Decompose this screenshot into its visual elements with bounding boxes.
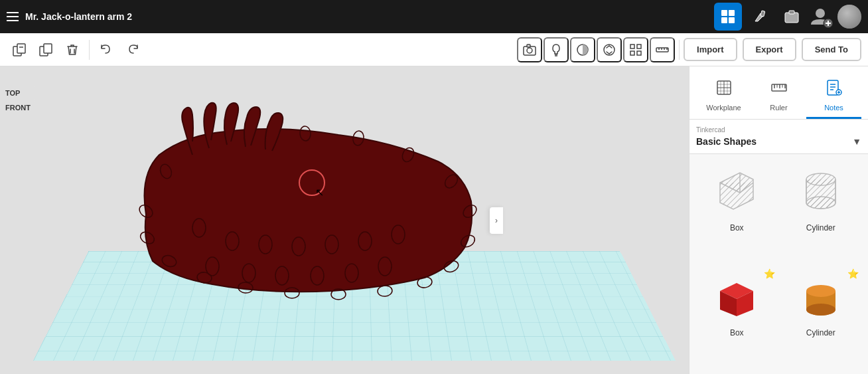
svg-point-91	[806, 304, 835, 316]
ruler-icon	[770, 78, 788, 101]
notes-tool-label: Notes	[824, 104, 843, 112]
svg-rect-15	[44, 44, 52, 53]
shape-item-cylinder-solid[interactable]: ⭐ Cylinder	[782, 267, 861, 367]
build-btn[interactable]	[746, 3, 774, 31]
viewport-actions: Import Export Send To	[684, 38, 861, 61]
svg-rect-25	[630, 51, 634, 55]
svg-rect-2	[721, 17, 727, 23]
svg-point-17	[527, 48, 532, 53]
right-panel-toolbar: Workplane Ruler	[689, 66, 868, 120]
add-user-btn[interactable]	[810, 5, 833, 29]
shape-label-box-solid: Box	[730, 328, 744, 337]
top-view-label[interactable]: TOP	[0, 86, 36, 100]
export-btn[interactable]: Export	[743, 38, 796, 61]
svg-rect-1	[729, 10, 735, 16]
shape-category-name: Basic Shapes	[696, 136, 757, 147]
shape-label-box-outline: Box	[730, 223, 744, 233]
sep2	[679, 40, 680, 60]
main-content: TOP FRONT	[0, 66, 868, 374]
shape-item-box-outline[interactable]: Box	[697, 162, 776, 262]
shape-category-dropdown[interactable]: Basic Shapes ▼	[696, 136, 861, 147]
svg-rect-6	[789, 11, 794, 14]
camera-btn[interactable]	[517, 37, 542, 62]
history-tools	[94, 37, 145, 62]
grid-view-btn[interactable]	[714, 3, 742, 31]
top-bar: Mr. Jack-o-lantern arm 2	[0, 0, 868, 33]
front-view-label[interactable]: FRONT	[0, 101, 36, 114]
svg-rect-0	[721, 10, 727, 16]
svg-rect-26	[637, 51, 641, 55]
collapse-panel-btn[interactable]: ›	[490, 207, 503, 234]
grid-snap-btn[interactable]	[623, 37, 648, 62]
ruler-viewport-btn[interactable]	[650, 37, 675, 62]
shape-label-cylinder-solid: Cylinder	[806, 328, 835, 337]
workplane-tool-label: Workplane	[706, 104, 741, 112]
svg-rect-3	[729, 17, 735, 23]
star-badge-box: ⭐	[764, 268, 775, 279]
workplane-icon	[715, 78, 733, 101]
notes-icon	[825, 78, 843, 101]
bulb-btn[interactable]	[543, 37, 569, 62]
shape-grid: Box Cylinder	[689, 154, 868, 374]
svg-rect-4	[760, 11, 765, 17]
top-bar-right	[714, 3, 861, 31]
ruler-tool-label: Ruler	[770, 104, 787, 112]
toolbar: Import Export Send To	[0, 33, 868, 66]
canvas-area[interactable]: TOP FRONT	[0, 66, 689, 374]
svg-point-90	[806, 285, 835, 297]
shape-item-cylinder-outline[interactable]: Cylinder	[782, 162, 861, 262]
duplicate-btn[interactable]	[33, 37, 58, 62]
toggle-btn[interactable]	[570, 37, 595, 62]
svg-rect-24	[637, 45, 641, 48]
view-labels: TOP FRONT	[0, 86, 36, 114]
chevron-down-icon: ▼	[852, 136, 861, 147]
star-badge-cylinder: ⭐	[847, 268, 859, 279]
svg-rect-23	[630, 45, 634, 48]
shape-label-cylinder-outline: Cylinder	[806, 223, 835, 233]
sep1	[89, 40, 90, 60]
svg-rect-18	[527, 45, 530, 47]
notes-tool-btn[interactable]: Notes	[806, 73, 861, 119]
svg-rect-12	[17, 44, 25, 53]
hamburger-menu[interactable]	[7, 12, 19, 21]
projects-btn[interactable]	[778, 3, 806, 31]
project-title: Mr. Jack-o-lantern arm 2	[25, 11, 707, 22]
ruler-tool-btn[interactable]: Ruler	[751, 73, 806, 119]
reset-view-btn[interactable]	[597, 37, 622, 62]
copy-to-workplane-btn[interactable]	[7, 37, 32, 62]
undo-btn[interactable]	[94, 37, 119, 62]
shape-provider-label: Tinkercad	[696, 126, 861, 134]
send-to-btn[interactable]: Send To	[802, 38, 861, 61]
import-btn[interactable]: Import	[684, 38, 737, 61]
canvas-bg: ↖	[0, 66, 689, 374]
3d-object	[106, 95, 491, 321]
shape-selector: Tinkercad Basic Shapes ▼	[689, 120, 868, 154]
avatar[interactable]	[837, 5, 861, 29]
svg-point-7	[816, 9, 825, 18]
workplane-tool-btn[interactable]: Workplane	[696, 73, 751, 119]
shape-item-box-solid[interactable]: ⭐ Box	[697, 267, 776, 367]
right-panel: Workplane Ruler	[689, 66, 868, 374]
edit-tools	[7, 37, 85, 62]
delete-btn[interactable]	[60, 37, 85, 62]
viewport-tools	[517, 37, 675, 62]
redo-btn[interactable]	[120, 37, 145, 62]
